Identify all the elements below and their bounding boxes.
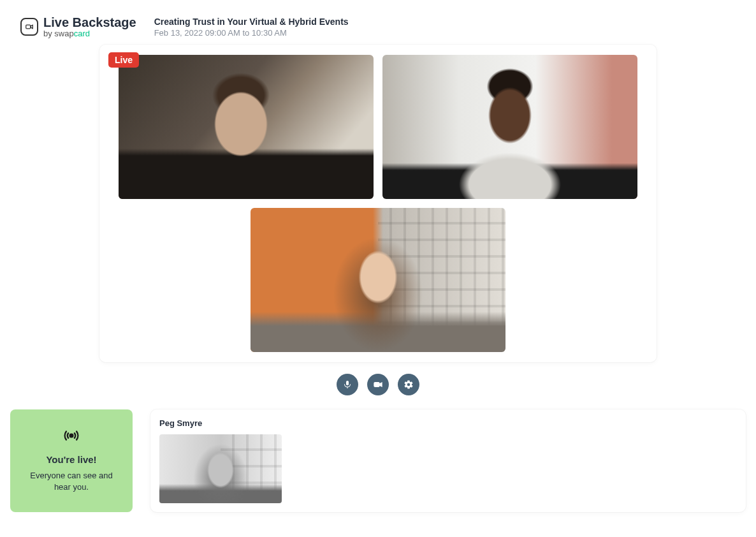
svg-rect-1 [374,383,379,387]
logo-icon [20,18,38,36]
broadcast-icon [63,427,80,446]
logo-title: Live Backstage [43,15,136,29]
logo-text: Live Backstage by swapcard [43,15,136,38]
participant-video-1[interactable] [119,55,374,199]
participant-video-2[interactable] [382,55,637,199]
live-badge: Live [108,52,139,68]
participant-video-3[interactable] [251,208,505,352]
event-info: Creating Trust in Your Virtual & Hybrid … [154,15,349,38]
mic-button[interactable] [337,374,358,395]
logo-subtitle: by swapcard [43,29,136,38]
settings-button[interactable] [398,374,419,395]
video-grid [110,55,646,352]
event-title: Creating Trust in Your Virtual & Hybrid … [154,17,349,27]
camera-button[interactable] [367,374,389,395]
live-status-card: You're live! Everyone can see and hear y… [10,409,133,512]
svg-rect-0 [26,25,31,29]
logo: Live Backstage by swapcard [20,15,136,38]
camera-icon [373,379,383,390]
svg-point-2 [70,434,73,438]
main-stage: Live [99,45,657,362]
microphone-icon [342,379,353,390]
live-status-title: You're live! [46,454,96,465]
live-status-subtitle: Everyone can see and hear you. [22,470,121,493]
media-controls [99,362,657,409]
gear-icon [403,379,414,390]
event-datetime: Feb 13, 2022 09:00 AM to 10:30 AM [154,28,349,38]
backstage-participant-thumbnail[interactable] [159,434,282,503]
app-header: Live Backstage by swapcard Creating Trus… [0,0,756,45]
backstage-participant-name: Peg Smyre [159,418,737,428]
backstage-panel: Peg Smyre [150,409,746,512]
